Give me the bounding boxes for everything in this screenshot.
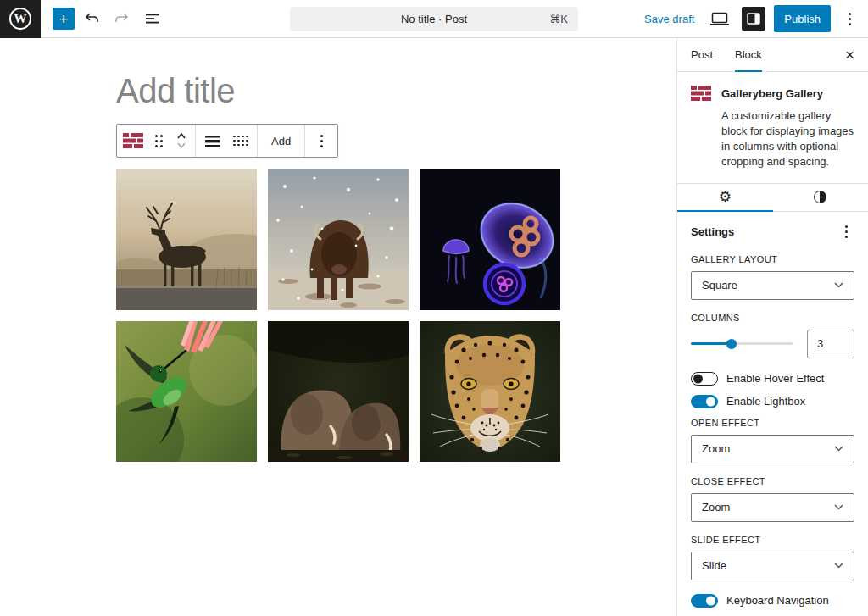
close-icon: × bbox=[845, 46, 854, 64]
chevron-down-icon bbox=[834, 282, 843, 288]
slide-effect-label: SLIDE EFFECT bbox=[691, 535, 854, 545]
open-effect-label: OPEN EFFECT bbox=[691, 418, 854, 428]
close-effect-select[interactable]: Zoom bbox=[691, 493, 854, 522]
toggle-row: Enable Lightbox bbox=[691, 395, 854, 408]
slider-thumb[interactable] bbox=[726, 339, 737, 349]
add-images-button[interactable]: Add bbox=[259, 135, 303, 147]
plus-icon: + bbox=[58, 11, 68, 27]
gallery-layout-value: Square bbox=[702, 279, 737, 291]
command-center-search[interactable]: No title · Post ⌘K bbox=[290, 7, 578, 31]
gallery-layout-label: GALLERY LAYOUT bbox=[691, 254, 854, 264]
gallery-block bbox=[116, 169, 560, 462]
redo-icon bbox=[114, 10, 131, 27]
block-card: Galleryberg Gallery A customizable galle… bbox=[677, 72, 868, 184]
gap-settings-button[interactable] bbox=[226, 125, 255, 157]
settings-panel: Settings GALLERY LAYOUT Square COLUMNS 3… bbox=[677, 212, 868, 616]
enable-lightbox-toggle[interactable] bbox=[691, 395, 718, 408]
publish-button[interactable]: Publish bbox=[774, 5, 831, 32]
tab-styles[interactable] bbox=[773, 184, 868, 211]
close-effect-label: CLOSE EFFECT bbox=[691, 476, 854, 486]
undo-icon bbox=[83, 10, 100, 27]
move-down-icon bbox=[175, 141, 187, 150]
preview-button[interactable] bbox=[706, 5, 733, 32]
document-overview-button[interactable] bbox=[139, 5, 166, 32]
gear-icon: ⚙ bbox=[719, 190, 732, 204]
settings-sidebar-toggle[interactable] bbox=[742, 7, 765, 31]
toggle-row: Enable Hover Effect bbox=[691, 372, 854, 386]
gallery-image-leopard[interactable] bbox=[420, 321, 560, 462]
gallery-image-jellyfish[interactable] bbox=[420, 169, 560, 310]
desktop-preview-icon bbox=[709, 9, 730, 28]
block-movers[interactable] bbox=[170, 131, 193, 150]
close-effect-value: Zoom bbox=[702, 501, 730, 513]
gallery-image-bison[interactable] bbox=[268, 169, 409, 310]
toggle-row: Keyboard Navigation bbox=[691, 594, 854, 608]
document-title: No title · Post bbox=[401, 13, 467, 25]
chevron-down-icon bbox=[834, 504, 843, 510]
settings-options-button[interactable] bbox=[837, 224, 854, 241]
block-inserter-button[interactable]: + bbox=[53, 8, 75, 30]
tab-post[interactable]: Post bbox=[691, 38, 713, 71]
block-options-button[interactable] bbox=[307, 125, 336, 157]
move-up-icon bbox=[175, 131, 187, 141]
enable-hover-effect-toggle[interactable] bbox=[691, 372, 718, 386]
columns-slider[interactable] bbox=[691, 342, 793, 345]
galleryberg-block-icon bbox=[123, 133, 143, 149]
columns-label: COLUMNS bbox=[691, 313, 854, 323]
tab-block[interactable]: Block bbox=[735, 38, 762, 71]
gallery-layout-select[interactable]: Square bbox=[691, 271, 854, 300]
wordpress-logo-icon: W bbox=[9, 8, 31, 30]
gallery-image-elephants[interactable] bbox=[268, 321, 409, 462]
drag-handle[interactable] bbox=[147, 125, 170, 157]
galleryberg-block-icon bbox=[691, 86, 711, 102]
block-title: Galleryberg Gallery bbox=[721, 87, 823, 100]
toggle-label: Enable Hover Effect bbox=[726, 372, 824, 385]
gallery-image-hummingbird[interactable] bbox=[116, 321, 257, 462]
tab-block-settings[interactable]: ⚙ bbox=[677, 184, 773, 211]
align-button[interactable] bbox=[198, 125, 226, 157]
editor-canvas: Add title bbox=[0, 38, 676, 616]
chevron-down-icon bbox=[834, 563, 843, 569]
slide-effect-select[interactable]: Slide bbox=[691, 552, 854, 580]
toggle-label: Keyboard Navigation bbox=[726, 594, 829, 607]
settings-heading: Settings bbox=[691, 225, 734, 238]
open-effect-select[interactable]: Zoom bbox=[691, 435, 854, 463]
post-title-input[interactable]: Add title bbox=[116, 72, 560, 110]
close-sidebar-button[interactable]: × bbox=[845, 38, 854, 71]
settings-sidebar: Post Block × Galleryberg Gallery A custo… bbox=[676, 38, 868, 616]
columns-number-input[interactable]: 3 bbox=[807, 330, 854, 358]
styles-contrast-icon bbox=[814, 191, 826, 203]
drag-dots-icon bbox=[155, 135, 163, 147]
redo-button[interactable] bbox=[108, 5, 136, 32]
editor-top-bar: W + No title · Post ⌘K Save draft bbox=[0, 0, 868, 38]
options-menu-button[interactable] bbox=[839, 5, 860, 32]
block-type-button[interactable] bbox=[119, 125, 147, 157]
block-toolbar: Add bbox=[116, 124, 338, 158]
toggle-label: Enable Lightbox bbox=[726, 395, 805, 408]
open-effect-value: Zoom bbox=[702, 442, 730, 455]
grid-dots-icon bbox=[233, 136, 248, 147]
undo-button[interactable] bbox=[78, 5, 105, 32]
align-icon bbox=[205, 134, 220, 148]
slide-effect-value: Slide bbox=[702, 559, 726, 572]
save-draft-button[interactable]: Save draft bbox=[644, 13, 694, 25]
chevron-down-icon bbox=[834, 446, 843, 452]
kebab-icon bbox=[313, 132, 330, 149]
list-view-icon bbox=[145, 11, 160, 26]
sidebar-panel-icon bbox=[747, 13, 760, 25]
block-description: A customizable gallery block for display… bbox=[721, 108, 854, 169]
gallery-image-elk[interactable] bbox=[116, 169, 257, 310]
keyboard-navigation-toggle[interactable] bbox=[691, 594, 718, 608]
command-k-shortcut: ⌘K bbox=[549, 13, 568, 25]
wordpress-logo[interactable]: W bbox=[0, 0, 41, 38]
